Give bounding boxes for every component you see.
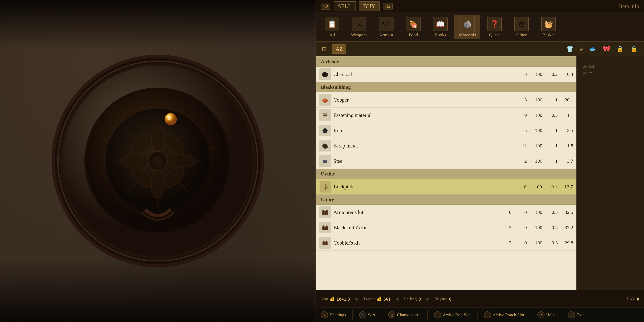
- lockpick-name: Lockpick: [334, 184, 511, 190]
- blacksmithkit-v2: 100: [529, 225, 542, 230]
- svg-rect-52: [323, 242, 328, 245]
- col-unlock-icon[interactable]: 🔓: [630, 46, 638, 52]
- trader-stat: Trader 💰 361: [363, 296, 391, 302]
- section-blacksmithing: Blacksmithing: [316, 82, 576, 92]
- headings-button[interactable]: L3 Headings: [321, 311, 346, 318]
- help-key-icon: ?: [538, 311, 544, 318]
- exit-button[interactable]: ○ Exit: [568, 311, 584, 318]
- selling-label: Selling: [404, 296, 417, 302]
- charcoal-icon: [319, 68, 331, 80]
- list-item[interactable]: Charcoal 8 100 0.2 0.4: [316, 67, 576, 82]
- cobblerkit-icon: [319, 237, 331, 248]
- tab-quest[interactable]: ❓ Quest: [482, 15, 507, 39]
- svg-point-46: [323, 210, 324, 211]
- armourerskit-v1: 0: [514, 210, 527, 215]
- divider2: ◆: [396, 296, 399, 302]
- tab-other-label: Other: [516, 32, 527, 38]
- blacksmithkit-icon: [319, 222, 331, 233]
- col-ribbon-icon[interactable]: 🎀: [603, 46, 610, 52]
- svg-point-47: [326, 210, 328, 211]
- sell-buy-bar: L2 SELL BUY R2 Item info: [316, 0, 644, 13]
- buying-label: Buying: [434, 296, 448, 302]
- iron-icon: [319, 124, 331, 136]
- lockpick-v2: 0.1: [544, 184, 558, 190]
- iron-name: Iron: [334, 128, 511, 134]
- buying-stat: Buying 0: [434, 296, 452, 302]
- tab-books-label: Books: [434, 32, 446, 38]
- section-utility: Utility: [316, 194, 576, 205]
- tab-basket[interactable]: 🧺 Basket: [536, 15, 562, 39]
- shield-svg: [45, 48, 270, 274]
- tab-materials[interactable]: 🪨 Materials: [454, 15, 480, 39]
- quest-icon: ❓: [487, 17, 502, 32]
- col-fish-icon[interactable]: 🐟: [589, 46, 596, 52]
- help-button[interactable]: ? Help: [538, 311, 554, 318]
- svg-point-12: [166, 154, 195, 168]
- svg-rect-33: [323, 116, 327, 117]
- scrapmetal-v2: 1: [545, 143, 558, 148]
- col-lock-icon[interactable]: 🔒: [617, 46, 624, 52]
- svg-point-42: [324, 188, 326, 190]
- pay-value: 0: [637, 296, 639, 302]
- list-item[interactable]: Fastening material 9 100 0.3 1.1: [316, 108, 576, 123]
- list-item[interactable]: Armourer's kit 6 0 100 0.5 42.5: [316, 205, 576, 220]
- armourerskit-v3: 0.5: [545, 210, 558, 215]
- materials-icon: 🪨: [460, 17, 475, 32]
- section-usable: Usable: [316, 169, 576, 179]
- scrapmetal-qty: 12: [514, 143, 527, 148]
- sell-button[interactable]: SELL: [334, 1, 356, 11]
- lockpick-qty: 8: [514, 184, 526, 190]
- change-outfit-button[interactable]: △ Change outfit: [388, 311, 421, 318]
- svg-rect-32: [324, 115, 327, 116]
- list-item[interactable]: Cobbler's kit 2 0 100 0.3 29.8: [316, 235, 576, 250]
- armourerskit-v4: 42.5: [560, 210, 573, 215]
- active-belt-slot-button[interactable]: R Active Belt Slot: [434, 311, 471, 318]
- cobblerkit-qty: 2: [498, 240, 511, 246]
- charcoal-name: Charcoal: [334, 71, 511, 77]
- r2-key: R2: [383, 3, 393, 10]
- svg-point-51: [326, 226, 328, 227]
- active-pouch-slot-button[interactable]: R Active Pouch Slot: [484, 311, 524, 318]
- tab-food[interactable]: 🍖 Food: [400, 15, 426, 39]
- blacksmithkit-qty: 5: [498, 225, 511, 230]
- col-clothing-icon[interactable]: 👕: [566, 46, 574, 52]
- tab-all[interactable]: 📋 All: [319, 15, 345, 39]
- charcoal-v1: 100: [529, 72, 542, 77]
- list-item[interactable]: Copper 3 100 1 20.1: [316, 92, 576, 108]
- buy-button[interactable]: BUY: [359, 1, 380, 11]
- tab-armour[interactable]: 🛡 Armour: [373, 15, 399, 39]
- sort-key-icon: 🐾: [359, 311, 366, 318]
- item-list[interactable]: Alchemy Charcoal 8 100 0.2 0.4 Blacksmit…: [316, 56, 576, 290]
- col-number-icon[interactable]: #: [580, 46, 583, 52]
- armourerskit-qty: 6: [498, 210, 511, 215]
- list-item[interactable]: Scrap metal 12 100 1 1.8: [316, 138, 576, 154]
- sort-az-button[interactable]: AZ: [332, 44, 346, 54]
- blacksmithkit-v3: 0.5: [545, 225, 558, 230]
- list-item[interactable]: Lockpick 8 100 0.1 12.7: [316, 179, 576, 194]
- tab-other[interactable]: ⚖ Other: [508, 15, 534, 39]
- divider-line-3: [427, 310, 428, 320]
- fastening-v1: 100: [529, 112, 542, 118]
- steel-icon: [319, 155, 331, 167]
- svg-point-55: [323, 241, 324, 242]
- list-item[interactable]: Iron 5 100 1 3.5: [316, 123, 576, 138]
- section-alchemy: Alchemy: [316, 56, 576, 67]
- tab-weapons-label: Weapons: [351, 32, 368, 38]
- tab-books[interactable]: 📖 Books: [428, 15, 453, 39]
- cobblerkit-v4: 29.8: [560, 240, 573, 246]
- filter-icon[interactable]: ⊞: [319, 44, 329, 54]
- you-label: You: [321, 296, 328, 302]
- list-item[interactable]: Blacksmith's kit 5 0 100 0.5 37.2: [316, 220, 576, 235]
- other-icon: ⚖: [514, 17, 529, 32]
- divider-line-5: [531, 310, 531, 320]
- steel-v1: 100: [529, 158, 542, 164]
- l3-key-icon: L3: [321, 311, 328, 318]
- list-item[interactable]: Steel 2 100 1 3.7: [316, 154, 576, 169]
- tab-quest-label: Quest: [489, 32, 500, 38]
- sort-button[interactable]: 🐾 Sort: [359, 311, 375, 318]
- cobblerkit-v1: 0: [514, 240, 527, 246]
- l2-key: L2: [321, 3, 330, 10]
- tab-weapons[interactable]: ⚔ Weapons: [346, 15, 372, 39]
- iron-v3: 3.5: [560, 128, 573, 133]
- copper-qty: 3: [514, 97, 527, 102]
